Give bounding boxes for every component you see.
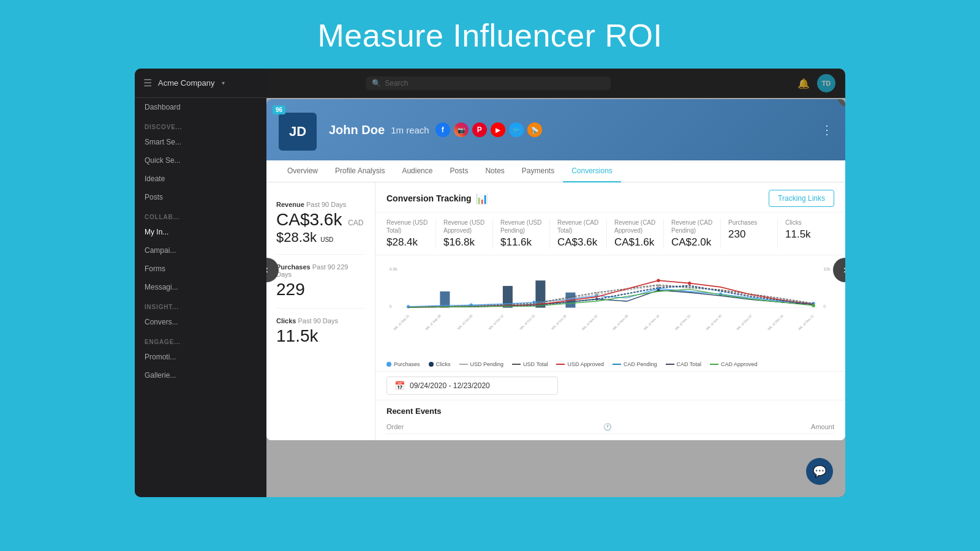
sidebar-item-quick-search[interactable]: Quick Se...	[135, 151, 266, 170]
legend-usd-total-label: USD Total	[523, 361, 548, 367]
metric-usd-pending: Revenue (USD Pending) $11.6k	[493, 219, 550, 249]
sidebar-item-conversions[interactable]: Convers...	[135, 313, 266, 331]
chart-legend: Purchases Clicks USD Pending	[375, 359, 845, 371]
legend-cad-approved: CAD Approved	[710, 361, 758, 367]
events-column-order: Order	[386, 423, 404, 431]
pinterest-icon[interactable]: P	[472, 122, 487, 137]
legend-cad-pending: CAD Pending	[612, 361, 657, 367]
date-range-input[interactable]: 📅 09/24/2020 - 12/23/2020	[386, 377, 558, 395]
legend-usd-total: USD Total	[512, 361, 548, 367]
metric-purchases-label: Purchases	[728, 219, 770, 227]
rss-icon[interactable]: 📡	[527, 122, 542, 137]
svg-text:Wk. of Dec 07: Wk. of Dec 07	[736, 314, 753, 331]
conversion-tracking-title: Conversion Tracking 📊	[386, 193, 488, 204]
legend-cad-approved-line	[710, 364, 718, 365]
metric-purchases: Purchases 230	[721, 219, 778, 249]
page-title: Measure Influencer ROI	[317, 17, 662, 54]
sidebar-item-smart-search[interactable]: Smart Se...	[135, 133, 266, 151]
influencer-name: John Doe	[329, 123, 385, 137]
svg-text:Wk. of Oct 19: Wk. of Oct 19	[519, 314, 535, 331]
legend-purchases-label: Purchases	[394, 361, 420, 367]
legend-cad-total: CAD Total	[666, 361, 701, 367]
svg-text:Wk. of Nov 16: Wk. of Nov 16	[643, 314, 660, 331]
stat-purchases: Purchases Past 90 229 Days 229	[276, 255, 365, 309]
tab-profile-analysis[interactable]: Profile Analysis	[326, 160, 393, 182]
sidebar-section-collab: COLLAB...	[135, 206, 266, 223]
legend-usd-approved: USD Approved	[556, 361, 604, 367]
tracking-links-button[interactable]: Tracking Links	[769, 190, 834, 207]
svg-text:Wk. of Dec 14: Wk. of Dec 14	[767, 314, 784, 331]
social-icons: f 📷 P ▶ 🐦 📡	[435, 122, 542, 137]
hamburger-icon[interactable]: ☰	[143, 77, 152, 89]
svg-text:Wk. of Sep 28: Wk. of Sep 28	[424, 314, 442, 331]
tab-conversions[interactable]: Conversions	[563, 160, 621, 182]
metrics-row: Revenue (USD Total) $28.4k Revenue (USD …	[375, 212, 845, 255]
stat-revenue: Revenue Past 90 Days CA$3.6k CAD $28.3k …	[276, 192, 365, 255]
tab-audience[interactable]: Audience	[393, 160, 441, 182]
instagram-icon[interactable]: 📷	[454, 122, 469, 137]
sidebar-section-discover: DISCOVE...	[135, 116, 266, 133]
svg-text:Wk. of Sep 21: Wk. of Sep 21	[393, 314, 410, 331]
dropdown-arrow[interactable]: ▾	[222, 80, 225, 86]
tab-notes[interactable]: Notes	[477, 160, 513, 182]
twitter-icon[interactable]: 🐦	[509, 122, 524, 137]
sidebar-item-campaigns[interactable]: Campai...	[135, 241, 266, 260]
svg-text:Wk. of Nov 02: Wk. of Nov 02	[581, 314, 598, 331]
metric-clicks-value: 11.5k	[785, 228, 827, 241]
sidebar: ☰ Acme Company ▾ Dashboard DISCOVE... Sm…	[135, 69, 266, 497]
legend-cad-pending-label: CAD Pending	[624, 361, 657, 367]
tab-payments[interactable]: Payments	[513, 160, 563, 182]
chat-bubble[interactable]: 💬	[806, 458, 833, 485]
legend-cad-pending-line	[612, 364, 621, 365]
sidebar-item-posts[interactable]: Posts	[135, 188, 266, 206]
metric-cad-total-value: CA$3.6k	[557, 236, 599, 249]
influencer-avatar: JD	[279, 113, 317, 151]
legend-usd-pending: USD Pending	[459, 361, 504, 367]
stat-revenue-cad: CA$3.6k CAD	[276, 211, 365, 230]
legend-cad-total-label: CAD Total	[677, 361, 701, 367]
svg-point-23	[812, 304, 815, 307]
sidebar-item-galleries[interactable]: Gallerie...	[135, 366, 266, 384]
legend-usd-total-line	[512, 364, 521, 365]
chart-panel: Conversion Tracking 📊 Tracking Links Rev…	[375, 182, 845, 440]
modal-content: Revenue Past 90 Days CA$3.6k CAD $28.3k …	[266, 182, 845, 440]
chart-area: 4.8k 0 10k 0	[375, 255, 845, 359]
svg-text:Wk. of Nov 30: Wk. of Nov 30	[705, 314, 722, 331]
tab-overview[interactable]: Overview	[279, 160, 326, 182]
legend-purchases: Purchases	[386, 361, 420, 367]
influencer-modal: × 96 JD John Doe 1m reach f 📷 P	[266, 99, 845, 440]
conversion-chart: 4.8k 0 10k 0	[386, 259, 834, 354]
svg-text:Wk. of Oct 05: Wk. of Oct 05	[456, 314, 473, 331]
metric-cad-pending-label: Revenue (CAD Pending)	[671, 219, 713, 234]
sidebar-item-ideate[interactable]: Ideate	[135, 170, 266, 188]
sidebar-item-messaging[interactable]: Messagi...	[135, 278, 266, 296]
svg-text:Wk. of Oct 26: Wk. of Oct 26	[551, 314, 567, 331]
sidebar-section-engage: ENGAGE...	[135, 331, 266, 348]
metric-usd-pending-label: Revenue (USD Pending)	[500, 219, 542, 234]
sidebar-section-insights: INSIGHT...	[135, 296, 266, 313]
svg-point-21	[657, 279, 660, 282]
sidebar-item-promotions[interactable]: Promoti...	[135, 348, 266, 366]
metric-cad-approved: Revenue (CAD Approved) CA$1.6k	[607, 219, 664, 249]
metric-purchases-value: 230	[728, 228, 770, 241]
sidebar-item-my-influencers[interactable]: My In...	[135, 223, 266, 241]
metric-usd-approved-label: Revenue (USD Approved)	[443, 219, 485, 234]
stat-purchases-label: Purchases Past 90 229 Days	[276, 263, 365, 278]
legend-usd-pending-label: USD Pending	[470, 361, 504, 367]
metric-usd-total: Revenue (USD Total) $28.4k	[386, 219, 436, 249]
company-name: Acme Company	[158, 78, 214, 88]
stats-panel: Revenue Past 90 Days CA$3.6k CAD $28.3k …	[266, 182, 375, 440]
more-options-icon[interactable]: ⋮	[821, 122, 833, 137]
sidebar-item-dashboard[interactable]: Dashboard	[135, 98, 266, 116]
svg-text:10k: 10k	[823, 267, 831, 272]
stat-revenue-usd: $28.3k USD	[276, 230, 365, 246]
tab-posts[interactable]: Posts	[441, 160, 477, 182]
legend-clicks-label: Clicks	[436, 361, 451, 367]
sidebar-item-forms[interactable]: Forms	[135, 260, 266, 278]
browser-frame: ☰ Acme Company ▾ Dashboard DISCOVE... Sm…	[135, 69, 845, 497]
metric-cad-approved-label: Revenue (CAD Approved)	[614, 219, 656, 234]
facebook-icon[interactable]: f	[435, 122, 450, 137]
recent-events-title: Recent Events	[386, 407, 834, 416]
youtube-icon[interactable]: ▶	[491, 122, 505, 137]
stat-purchases-value: 229	[276, 280, 365, 299]
